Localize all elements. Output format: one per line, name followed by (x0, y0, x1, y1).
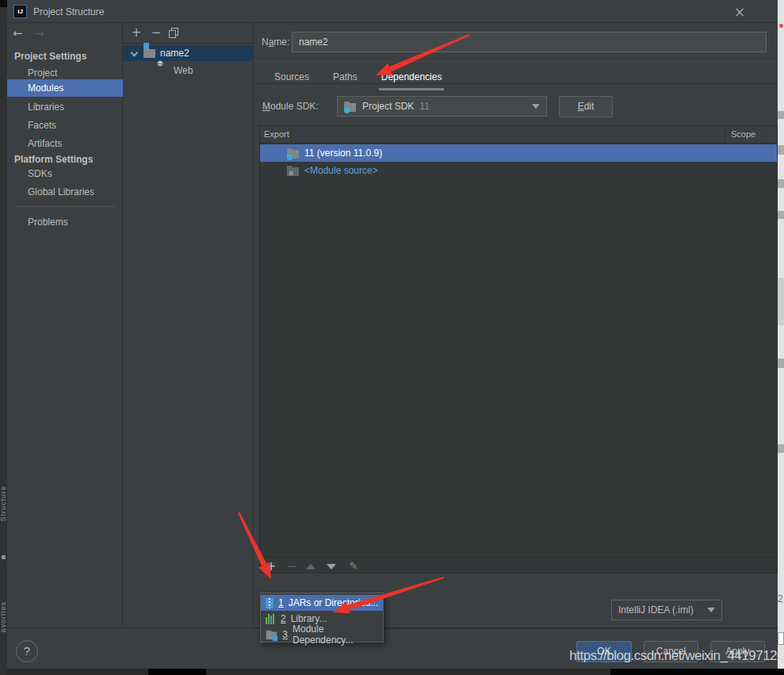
section-header-project-settings: Project Settings (14, 51, 86, 62)
intellij-logo-icon: IJ (13, 5, 27, 18)
popup-item-jars-or-directories[interactable]: 1 JARs or Directories... (261, 595, 383, 611)
favorites-tool-label[interactable]: avorites (0, 601, 7, 633)
chevron-down-icon[interactable] (131, 49, 139, 57)
project-structure-dialog: IJ Project Structure × ← → Project Setti… (7, 0, 778, 669)
dialog-titlebar[interactable]: IJ Project Structure × (7, 0, 778, 23)
column-header-scope: Scope (731, 129, 755, 139)
add-dependency-icon[interactable]: + (263, 558, 279, 574)
apply-button[interactable]: Apply (710, 641, 765, 662)
add-module-icon[interactable]: + (129, 25, 143, 40)
forward-icon[interactable]: → (34, 26, 44, 40)
glyph-fragment (778, 444, 784, 453)
background-window-sliver: 2 (778, 0, 784, 675)
popup-item-label: Library... (291, 613, 327, 624)
remove-module-icon[interactable]: − (149, 25, 163, 40)
sidebar-item-modules[interactable]: Modules (7, 79, 123, 97)
taskbar-fragment (610, 669, 784, 675)
popup-item-label: Module Dependency... (293, 623, 383, 646)
sdk-icon (344, 102, 357, 112)
structure-tool-label[interactable]: Structure (0, 485, 7, 522)
sidebar-item-project[interactable]: Project (7, 65, 123, 81)
module-sdk-combobox[interactable]: Project SDK 11 (337, 96, 547, 117)
sidebar-divider (14, 206, 116, 207)
background-text-fragment: 2 (778, 593, 783, 604)
move-down-icon[interactable] (327, 564, 336, 570)
module-name-input[interactable] (292, 32, 767, 52)
sdk-combobox-value: Project SDK (362, 101, 414, 112)
glyph-fragment (778, 145, 784, 155)
help-button[interactable]: ? (16, 640, 38, 662)
cancel-button[interactable]: Cancel (644, 641, 698, 662)
sidebar-item-sdks[interactable]: SDKs (7, 166, 123, 182)
mnemonic-number: 1 (278, 597, 284, 608)
module-icon (266, 630, 277, 639)
settings-sidebar: ← → Project Settings Project Modules Lib… (7, 23, 123, 627)
column-divider (725, 126, 725, 144)
glyph-fragment (778, 111, 784, 119)
section-header-platform-settings: Platform Settings (14, 154, 93, 165)
module-tree-toolbar: + − (123, 23, 254, 44)
mnemonic-number: 3 (282, 629, 288, 640)
ok-button[interactable]: OK (576, 641, 632, 662)
tab-sources[interactable]: Sources (272, 68, 312, 90)
module-tabs: Sources Paths Dependencies (272, 68, 444, 90)
close-icon[interactable]: × (730, 2, 749, 21)
module-tree-panel: + − name2 Web (123, 23, 254, 627)
remove-dependency-icon[interactable]: − (284, 558, 300, 574)
column-header-export: Export (264, 129, 289, 139)
stripe-corner (0, 0, 7, 7)
move-up-icon[interactable] (306, 564, 316, 570)
name-field-label: Name: (262, 36, 289, 48)
taskbar-fragment (148, 669, 206, 675)
sidebar-item-global-libraries[interactable]: Global Libraries (7, 184, 123, 200)
dependency-label: <Module source> (304, 165, 378, 176)
popup-item-module-dependency[interactable]: 3 Module Dependency... (261, 627, 383, 642)
structure-tool-icon (2, 555, 6, 559)
dependencies-table-header: Export Scope (260, 126, 777, 144)
glyph-fragment (778, 179, 784, 188)
dependency-label: 11 (version 11.0.9) (304, 148, 382, 159)
sidebar-item-problems[interactable]: Problems (7, 214, 123, 230)
tree-node-label: name2 (160, 45, 189, 61)
tab-paths[interactable]: Paths (331, 68, 360, 90)
module-sdk-label: Module SDK: (262, 101, 319, 112)
jar-icon (266, 598, 273, 608)
dependency-row-module-source[interactable]: <Module source> (260, 162, 777, 179)
mnemonic-number: 2 (281, 613, 286, 624)
tree-child-label: Web (174, 63, 193, 79)
background-red-dot-icon (779, 24, 783, 28)
dependencies-toolbar: + − ✎ (260, 557, 777, 574)
library-icon (266, 614, 276, 624)
storage-format-combobox[interactable]: IntelliJ IDEA (.iml) (611, 600, 722, 620)
dialog-footer: ? OK Cancel Apply (7, 627, 778, 669)
divider (254, 83, 778, 84)
glyph-fragment (778, 278, 784, 325)
tab-dependencies[interactable]: Dependencies (379, 68, 445, 90)
chevron-down-icon (707, 608, 715, 612)
dependencies-table: Export Scope 11 (version 11.0.9) <Module… (259, 125, 778, 573)
ide-left-stripe: Structure avorites (0, 0, 7, 675)
popup-item-label: JARs or Directories... (289, 597, 378, 608)
edit-sdk-button[interactable]: Edit (559, 96, 613, 117)
glyph-fragment (778, 211, 784, 219)
jdk-icon (287, 148, 300, 159)
history-nav: ← → (13, 26, 44, 40)
sidebar-item-facets[interactable]: Facets (7, 117, 123, 133)
screen: Structure avorites 2 IJ Project Structur… (0, 0, 784, 675)
copy-module-icon[interactable] (169, 28, 178, 37)
add-dependency-popup: 1 JARs or Directories... 2 Library... 3 … (260, 593, 384, 642)
tree-row-name2[interactable]: name2 (123, 45, 254, 61)
edit-dependency-icon[interactable]: ✎ (346, 558, 361, 574)
chevron-down-icon (532, 104, 540, 109)
back-icon[interactable]: ← (13, 26, 23, 40)
sidebar-item-libraries[interactable]: Libraries (7, 99, 123, 115)
sdk-combobox-version: 11 (419, 101, 429, 112)
dialog-title: Project Structure (33, 6, 104, 17)
divider (254, 61, 778, 62)
glyph-fragment (778, 359, 784, 368)
sidebar-item-artifacts[interactable]: Artifacts (7, 136, 123, 151)
storage-format-value: IntelliJ IDEA (.iml) (618, 604, 694, 616)
column-divider (291, 126, 292, 144)
dependency-row-jdk[interactable]: 11 (version 11.0.9) (260, 144, 777, 162)
tree-row-web[interactable]: Web (123, 63, 254, 79)
